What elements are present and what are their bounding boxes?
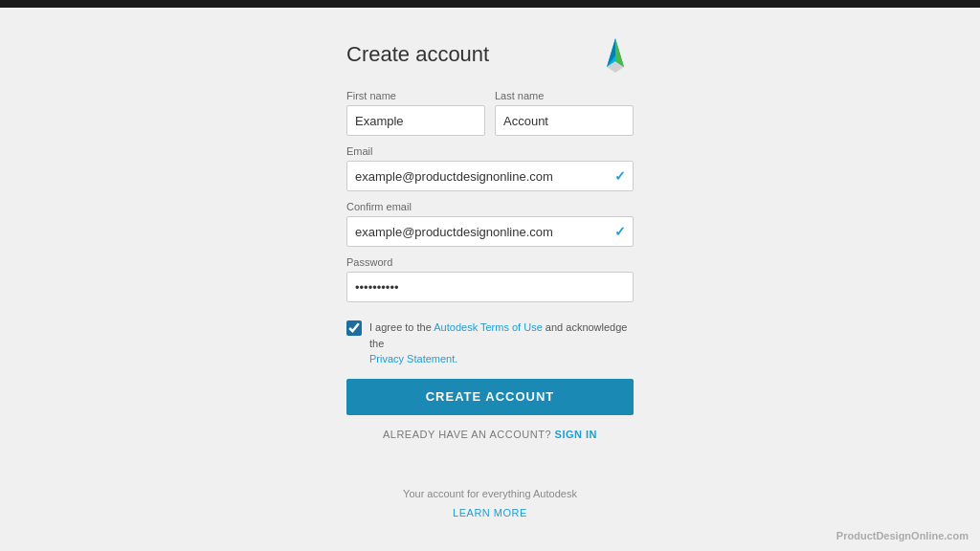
first-name-input[interactable] — [346, 105, 485, 136]
confirm-email-check-icon: ✓ — [614, 224, 626, 239]
last-name-group: Last name — [495, 90, 634, 136]
last-name-input[interactable] — [495, 105, 634, 136]
header-row: Create account — [346, 36, 634, 73]
email-label: Email — [346, 145, 634, 157]
terms-prefix: I agree to the — [369, 321, 434, 333]
terms-row: I agree to the Autodesk Terms of Use and… — [346, 320, 634, 367]
confirm-email-label: Confirm email — [346, 201, 634, 212]
autodesk-logo-icon — [597, 36, 634, 73]
confirm-email-input-wrapper: ✓ — [346, 216, 634, 247]
privacy-statement-link[interactable]: Privacy Statement. — [369, 353, 457, 364]
password-input[interactable] — [346, 272, 634, 302]
password-group: Password — [346, 256, 634, 302]
sign-in-link[interactable]: SIGN IN — [555, 429, 597, 440]
confirm-email-group: Confirm email ✓ — [346, 201, 634, 247]
password-label: Password — [346, 256, 634, 268]
page-title: Create account — [346, 42, 489, 67]
last-name-label: Last name — [495, 90, 634, 101]
learn-more-link[interactable]: LEARN MORE — [453, 507, 527, 518]
terms-checkbox[interactable] — [346, 320, 362, 336]
form-container: Create account First name Last name Emai… — [346, 36, 634, 440]
email-input[interactable] — [346, 161, 634, 191]
name-row: First name Last name — [346, 90, 634, 136]
email-group: Email ✓ — [346, 145, 634, 191]
first-name-label: First name — [346, 90, 485, 101]
footer-section: Your account for everything Autodesk LEA… — [403, 488, 577, 532]
already-account-section: ALREADY HAVE AN ACCOUNT? SIGN IN — [346, 429, 634, 440]
create-account-button[interactable]: CREATE ACCOUNT — [346, 379, 634, 415]
email-check-icon: ✓ — [614, 168, 626, 184]
confirm-email-input[interactable] — [346, 216, 634, 247]
top-bar — [0, 0, 980, 8]
already-account-text: ALREADY HAVE AN ACCOUNT? — [383, 429, 551, 440]
main-content: Create account First name Last name Emai… — [0, 8, 980, 551]
email-input-wrapper: ✓ — [346, 161, 634, 191]
terms-of-use-link[interactable]: Autodesk Terms of Use — [434, 321, 543, 333]
watermark: ProductDesignOnline.com — [836, 530, 969, 541]
terms-text: I agree to the Autodesk Terms of Use and… — [369, 320, 634, 367]
first-name-group: First name — [346, 90, 485, 136]
footer-tagline: Your account for everything Autodesk — [403, 488, 577, 499]
